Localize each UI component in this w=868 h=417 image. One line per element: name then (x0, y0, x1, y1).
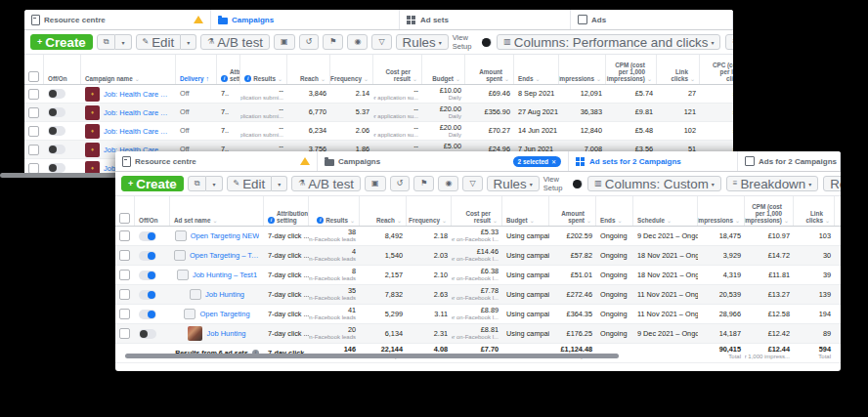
column-header-results[interactable]: iResults⌄ (309, 196, 360, 226)
ab-test-button[interactable]: ⚗ A/B test (291, 176, 361, 191)
row-name-link[interactable]: Open Targeting NEW (191, 231, 260, 240)
duplicate-button[interactable]: ⧉ (97, 34, 116, 50)
clipboard-button[interactable]: ▣ (365, 176, 386, 191)
row-name-link[interactable]: Open Targeting – Test1 (190, 251, 260, 260)
column-header-impr[interactable]: Impressions⌄ (559, 55, 606, 84)
on-off-toggle[interactable] (48, 89, 65, 99)
column-header-budget[interactable]: Budget⌄ (502, 196, 549, 226)
column-header-attr[interactable]: iAttribution setting (264, 196, 309, 226)
view-setup-toggle[interactable] (482, 38, 493, 47)
column-header-toggle[interactable]: Off/On (44, 55, 81, 84)
row-checkbox[interactable] (28, 126, 39, 137)
on-off-toggle[interactable] (139, 251, 156, 261)
edit-button[interactable]: ✎ Edit (136, 34, 182, 50)
reports-button[interactable]: Reports▾ (823, 176, 841, 191)
column-header-budget[interactable]: Budget⌄ (422, 55, 465, 84)
edit-dropdown-button[interactable]: ▾ (181, 34, 196, 50)
on-off-toggle[interactable] (48, 126, 65, 136)
row-name-link[interactable]: Job: Health Care Assistant (104, 108, 172, 117)
on-off-toggle[interactable] (139, 329, 156, 339)
on-off-toggle[interactable] (139, 310, 156, 319)
horizontal-scrollbar[interactable] (125, 354, 619, 358)
row-checkbox[interactable] (28, 89, 39, 100)
column-header-reach[interactable]: Reach⌄ (287, 55, 330, 84)
create-button[interactable]: + Create (30, 34, 93, 50)
row-checkbox[interactable] (28, 163, 39, 174)
select-all-checkbox[interactable] (28, 71, 39, 82)
on-off-toggle[interactable] (48, 163, 65, 173)
row-checkbox[interactable] (119, 309, 130, 319)
audience-button[interactable]: ◉ (438, 176, 458, 191)
duplicate-button[interactable]: ⧉ (188, 176, 207, 191)
column-header-check[interactable] (24, 55, 44, 84)
on-off-toggle[interactable] (139, 271, 156, 280)
ab-test-button[interactable]: ⚗ A/B test (200, 34, 270, 50)
funnel-button[interactable]: ▽ (371, 34, 391, 50)
column-header-clicks[interactable]: Link clicks⌄ (794, 196, 835, 226)
pin-button[interactable]: ⚑ (323, 34, 343, 50)
column-header-cpm[interactable]: CPM (cost per 1,000 impressions)⌄ (745, 196, 794, 226)
audience-button[interactable]: ◉ (347, 34, 368, 50)
create-button[interactable]: + Create (121, 176, 184, 191)
tab-ad-sets-for-2-campaigns[interactable]: Ad sets for 2 Campaigns (569, 151, 738, 171)
column-header-freq[interactable]: Frequency⌄ (330, 55, 373, 84)
column-header-cost[interactable]: Cost per result⌄ (452, 196, 502, 226)
row-checkbox[interactable] (119, 289, 130, 300)
on-off-toggle[interactable] (139, 290, 156, 300)
selected-count-badge[interactable]: 2 selected✕ (513, 156, 561, 167)
column-header-cpc[interactable]: CPC (cost per link click) (700, 55, 733, 84)
row-name-link[interactable]: Job Hunting – Test1 (193, 271, 257, 279)
row-checkbox[interactable] (119, 250, 130, 261)
rules-button[interactable]: Rules▾ (396, 34, 449, 50)
row-checkbox[interactable] (119, 328, 130, 339)
on-off-toggle[interactable] (48, 145, 65, 154)
row-name-link[interactable]: Job Hunting (206, 329, 245, 338)
on-off-toggle[interactable] (48, 107, 65, 117)
duplicate-dropdown-button[interactable]: ▾ (115, 34, 131, 50)
row-name-link[interactable]: Open Targeting (199, 310, 249, 318)
row-checkbox[interactable] (119, 270, 130, 280)
column-header-toggle[interactable]: Off/On (135, 196, 170, 226)
column-header-ends[interactable]: Ends⌄ (596, 196, 633, 226)
tab-ads-for-2-campaigns[interactable]: Ads for 2 Campaigns (738, 151, 841, 171)
column-header-ends[interactable]: Ends⌄ (514, 55, 559, 84)
close-icon[interactable]: ✕ (551, 158, 556, 165)
view-setup-toggle[interactable] (573, 180, 584, 188)
column-header-delivery[interactable]: Delivery↑ (176, 55, 217, 84)
rules-button[interactable]: Rules▾ (487, 176, 540, 191)
column-header-spent[interactable]: Amount spent⌄ (549, 196, 596, 226)
column-header-freq[interactable]: Frequency⌄ (407, 196, 452, 226)
undo-button[interactable]: ↺ (299, 34, 320, 50)
pin-button[interactable]: ⚑ (413, 176, 434, 191)
tab-resource-centre[interactable]: Resource centre (115, 151, 318, 171)
clipboard-button[interactable]: ▣ (274, 34, 295, 50)
funnel-button[interactable]: ▽ (462, 176, 482, 191)
column-header-cost[interactable]: Cost per result⌄ (373, 55, 422, 84)
duplicate-dropdown-button[interactable]: ▾ (206, 176, 222, 191)
row-checkbox[interactable] (119, 230, 130, 241)
column-header-impr[interactable]: Impressions⌄ (698, 196, 745, 226)
breakdown-button[interactable]: ≡ Breakdown▾ (726, 176, 818, 191)
column-header-clicks[interactable]: Link clicks⌄ (657, 55, 700, 84)
column-header-name[interactable]: Ad set name⌄ (170, 196, 264, 226)
columns-button[interactable]: ▥ Columns: Performance and clicks▾ (497, 34, 720, 50)
column-header-attr[interactable]: iAttr sett (217, 55, 240, 84)
breakdown-button[interactable]: ≡ Breakdown▾ (725, 34, 733, 50)
column-header-cpm[interactable]: CPM (cost per 1,000 impressions)⌄ (606, 55, 657, 84)
column-header-results[interactable]: iResults⌄ (240, 55, 287, 84)
column-header-reach[interactable]: Reach⌄ (360, 196, 407, 226)
select-all-checkbox[interactable] (119, 213, 130, 224)
columns-button[interactable]: ▥ Columns: Custom▾ (587, 176, 721, 191)
row-checkbox[interactable] (28, 145, 39, 155)
edit-button[interactable]: ✎ Edit (227, 176, 273, 191)
tab-campaigns[interactable]: Campaigns2 selected✕ (318, 151, 569, 171)
column-header-schedule[interactable]: Schedule⌄ (633, 196, 698, 226)
column-header-check[interactable] (115, 196, 135, 226)
tab-ad-sets[interactable]: Ad sets (400, 10, 571, 29)
row-checkbox[interactable] (28, 107, 39, 118)
row-name-link[interactable]: Job Hunting (205, 290, 244, 299)
column-header-name[interactable]: Campaign name⌄ (81, 55, 176, 84)
tab-ads[interactable]: Ads (571, 10, 733, 29)
tab-resource-centre[interactable]: Resource centre (24, 10, 211, 29)
row-name-link[interactable]: Job: Health Care Assistant *Imm... (104, 127, 172, 136)
